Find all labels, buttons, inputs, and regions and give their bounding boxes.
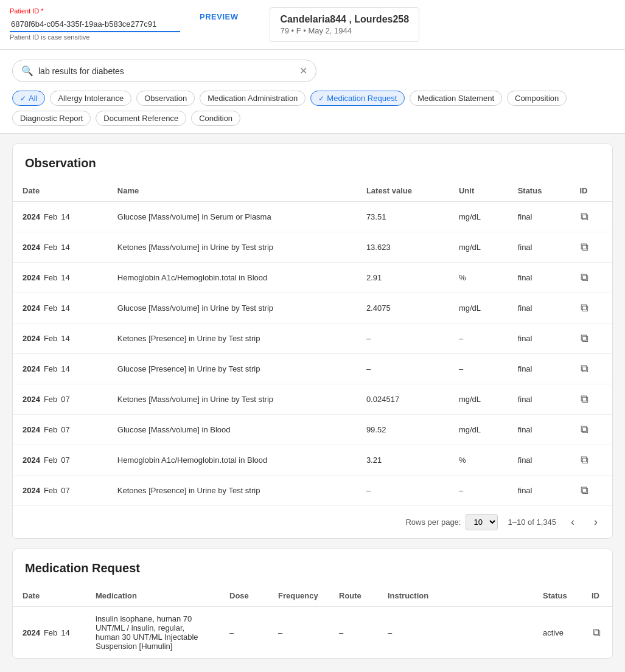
filter-chips: ✓AllAllergy IntoleranceObservationMedica…: [12, 91, 613, 133]
obs-status-cell: final: [508, 232, 570, 263]
medication-request-title: Medication Request: [13, 549, 612, 585]
copy-id-button[interactable]: ⧉: [592, 625, 602, 640]
top-bar: Patient ID * Patient ID is case sensitiv…: [0, 0, 625, 50]
obs-id-cell: ⧉: [570, 232, 612, 263]
copy-id-button[interactable]: ⧉: [579, 270, 590, 285]
filter-chip-medication-request[interactable]: ✓Medication Request: [310, 91, 405, 106]
rows-per-page-group: Rows per page: 102550: [405, 514, 498, 530]
obs-value-cell: 2.91: [357, 263, 449, 293]
obs-unit-cell: mg/dL: [449, 293, 508, 324]
copy-id-button[interactable]: ⧉: [579, 361, 590, 376]
table-row: 2024 Feb 14 Ketones [Mass/volume] in Uri…: [13, 232, 612, 263]
obs-id-cell: ⧉: [570, 384, 612, 415]
copy-id-button[interactable]: ⧉: [579, 240, 590, 255]
observation-prev-page-button[interactable]: ‹: [566, 513, 579, 531]
obs-unit-cell: mg/dL: [449, 384, 508, 415]
table-row: 2024 Feb 14 Glucose [Presence] in Urine …: [13, 354, 612, 384]
copy-id-button[interactable]: ⧉: [579, 392, 590, 407]
med-col-status: Status: [533, 585, 582, 607]
obs-value-cell: 99.52: [357, 415, 449, 445]
obs-name-cell: Hemoglobin A1c/Hemoglobin.total in Blood: [108, 445, 357, 476]
main-content: Observation DateNameLatest valueUnitStat…: [0, 134, 625, 668]
filter-chip-medication-administration[interactable]: Medication Administration: [200, 91, 306, 106]
med-status-cell: active: [533, 607, 582, 659]
table-row: 2024 Feb 14 insulin isophane, human 70 U…: [13, 607, 612, 659]
patient-id-hint: Patient ID is case sensitive: [10, 33, 180, 41]
observation-title: Observation: [13, 144, 612, 180]
obs-date-cell: 2024 Feb 14: [13, 263, 108, 293]
filter-chip-composition[interactable]: Composition: [507, 91, 567, 106]
observation-next-page-button[interactable]: ›: [589, 513, 602, 531]
obs-name-cell: Glucose [Mass/volume] in Blood: [108, 415, 357, 445]
filter-chip-all[interactable]: ✓All: [12, 91, 45, 106]
obs-date-cell: 2024 Feb 07: [13, 476, 108, 506]
obs-status-cell: final: [508, 263, 570, 293]
filter-chip-diagnostic-report[interactable]: Diagnostic Report: [12, 111, 91, 126]
obs-id-cell: ⧉: [570, 324, 612, 354]
table-row: 2024 Feb 14 Ketones [Presence] in Urine …: [13, 324, 612, 354]
obs-id-cell: ⧉: [570, 263, 612, 293]
table-row: 2024 Feb 14 Glucose [Mass/volume] in Ser…: [13, 202, 612, 232]
patient-id-input[interactable]: [10, 17, 180, 32]
obs-unit-cell: –: [449, 476, 508, 506]
search-clear-button[interactable]: ✕: [299, 65, 307, 77]
obs-name-cell: Ketones [Presence] in Urine by Test stri…: [108, 324, 357, 354]
copy-id-button[interactable]: ⧉: [579, 483, 590, 498]
observation-header-row: DateNameLatest valueUnitStatusID: [13, 180, 612, 202]
filter-chip-document-reference[interactable]: Document Reference: [96, 111, 186, 126]
obs-value-cell: 13.623: [357, 232, 449, 263]
obs-date-cell: 2024 Feb 14: [13, 293, 108, 324]
obs-name-cell: Glucose [Mass/volume] in Serum or Plasma: [108, 202, 357, 232]
obs-status-cell: final: [508, 476, 570, 506]
search-input[interactable]: [38, 66, 299, 76]
copy-id-button[interactable]: ⧉: [579, 331, 590, 346]
table-row: 2024 Feb 07 Ketones [Presence] in Urine …: [13, 476, 612, 506]
obs-date-cell: 2024 Feb 14: [13, 202, 108, 232]
obs-value-cell: 2.4075: [357, 293, 449, 324]
observation-page-info: 1–10 of 1,345: [508, 518, 556, 527]
copy-id-button[interactable]: ⧉: [579, 300, 590, 316]
patient-meta: 79 • F • May 2, 1944: [280, 26, 409, 35]
filter-chip-observation[interactable]: Observation: [136, 91, 195, 106]
medication-request-tbody: 2024 Feb 14 insulin isophane, human 70 U…: [13, 607, 612, 659]
obs-unit-cell: %: [449, 263, 508, 293]
filter-chip-medication-statement[interactable]: Medication Statement: [410, 91, 502, 106]
med-id-cell: ⧉: [582, 607, 612, 659]
obs-value-cell: –: [357, 476, 449, 506]
obs-name-cell: Ketones [Mass/volume] in Urine by Test s…: [108, 232, 357, 263]
obs-col-status: Status: [508, 180, 570, 202]
med-col-medication: Medication: [86, 585, 220, 607]
observation-tbody: 2024 Feb 14 Glucose [Mass/volume] in Ser…: [13, 202, 612, 506]
observation-pagination: Rows per page: 102550 1–10 of 1,345 ‹ ›: [13, 505, 612, 538]
patient-info-card: Candelaria844 , Lourdes258 79 • F • May …: [270, 7, 419, 42]
med-route-cell: –: [329, 607, 378, 659]
obs-name-cell: Ketones [Mass/volume] in Urine by Test s…: [108, 384, 357, 415]
chip-check-icon: ✓: [20, 94, 26, 103]
obs-id-cell: ⧉: [570, 293, 612, 324]
copy-id-button[interactable]: ⧉: [579, 209, 590, 224]
observation-table: DateNameLatest valueUnitStatusID 2024 Fe…: [13, 180, 612, 505]
preview-button[interactable]: PREVIEW: [192, 7, 245, 26]
obs-col-date: Date: [13, 180, 108, 202]
filter-chip-allergy-intolerance[interactable]: Allergy Intolerance: [50, 91, 131, 106]
copy-id-button[interactable]: ⧉: [579, 452, 590, 468]
med-col-route: Route: [329, 585, 378, 607]
obs-name-cell: Glucose [Mass/volume] in Urine by Test s…: [108, 293, 357, 324]
obs-id-cell: ⧉: [570, 445, 612, 476]
obs-status-cell: final: [508, 293, 570, 324]
obs-status-cell: final: [508, 415, 570, 445]
med-frequency-cell: –: [268, 607, 329, 659]
obs-date-cell: 2024 Feb 07: [13, 415, 108, 445]
obs-unit-cell: mg/dL: [449, 202, 508, 232]
copy-id-button[interactable]: ⧉: [579, 422, 590, 437]
obs-unit-cell: –: [449, 354, 508, 384]
obs-name-cell: Hemoglobin A1c/Hemoglobin.total in Blood: [108, 263, 357, 293]
patient-name: Candelaria844 , Lourdes258: [280, 14, 409, 25]
obs-col-name: Name: [108, 180, 357, 202]
med-date-cell: 2024 Feb 14: [13, 607, 86, 659]
med-col-frequency: Frequency: [268, 585, 329, 607]
rows-per-page-select[interactable]: 102550: [466, 514, 498, 530]
filter-chip-condition[interactable]: Condition: [191, 111, 240, 126]
chip-check-icon: ✓: [318, 94, 324, 103]
obs-col-unit: Unit: [449, 180, 508, 202]
